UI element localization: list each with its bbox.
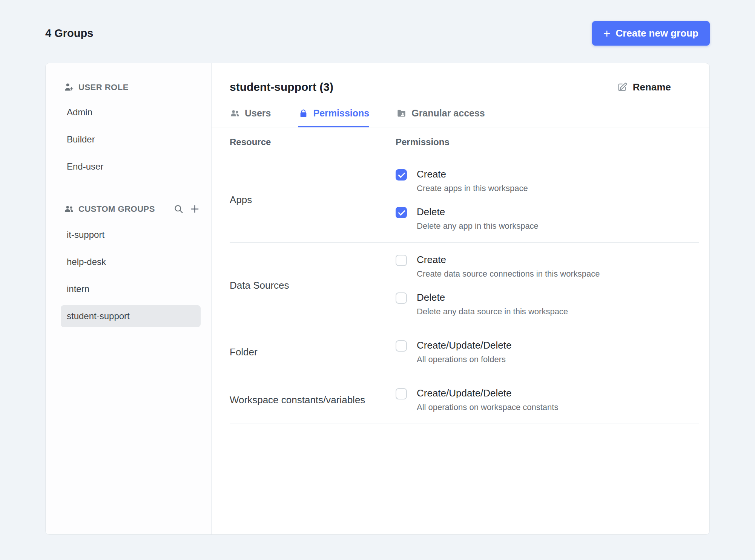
table-header-row: Resource Permissions xyxy=(230,127,699,157)
custom-groups-section-header: CUSTOM GROUPS xyxy=(61,203,201,215)
resource-label: Folder xyxy=(230,340,396,364)
permission-item: Create/Update/Delete All operations on w… xyxy=(396,387,558,412)
tab-granular-access[interactable]: Granular access xyxy=(396,108,485,127)
permission-list: Create Create data source connections in… xyxy=(396,254,600,317)
tab-users-label: Users xyxy=(245,108,271,119)
user-gear-icon xyxy=(64,82,74,92)
permission-item: Delete Delete any data source in this wo… xyxy=(396,292,600,317)
permission-description: All operations on folders xyxy=(417,355,511,364)
table-row: Folder Create/Update/Delete All operatio… xyxy=(230,328,699,376)
permission-text: Create/Update/Delete All operations on f… xyxy=(417,340,511,364)
group-title: student-support (3) xyxy=(230,81,333,93)
permission-description: Create data source connections in this w… xyxy=(417,269,600,279)
permission-text: Create Create apps in this workspace xyxy=(417,168,528,193)
permissions-table: Resource Permissions Apps Create Create … xyxy=(212,127,709,424)
table-row: Data Sources Create Create data source c… xyxy=(230,243,699,328)
tab-permissions-label: Permissions xyxy=(313,108,370,119)
people-icon xyxy=(64,204,74,214)
lock-icon xyxy=(298,108,308,118)
resource-label: Data Sources xyxy=(230,254,396,317)
user-role-section-label: USER ROLE xyxy=(78,83,129,92)
permission-item: Delete Delete any app in this workspace xyxy=(396,206,539,231)
add-group-button[interactable] xyxy=(189,203,201,215)
permission-item: Create/Update/Delete All operations on f… xyxy=(396,340,511,364)
search-icon xyxy=(173,204,184,214)
group-detail-header: student-support (3) Rename xyxy=(212,63,709,93)
folder-cud-checkbox[interactable] xyxy=(396,340,407,352)
group-detail-panel: student-support (3) Rename Users xyxy=(212,63,709,534)
sidebar-item-end-user[interactable]: End-user xyxy=(61,156,201,177)
top-bar: 4 Groups + Create new group xyxy=(45,21,710,46)
permission-label: Create xyxy=(417,254,600,266)
permission-description: Delete any data source in this workspace xyxy=(417,307,568,317)
user-role-section-header: USER ROLE xyxy=(61,82,201,92)
sidebar-item-student-support[interactable]: student-support xyxy=(61,305,201,327)
sidebar-item-builder[interactable]: Builder xyxy=(61,129,201,150)
folder-user-icon xyxy=(396,108,407,118)
custom-groups-section-label: CUSTOM GROUPS xyxy=(78,204,155,214)
tab-permissions[interactable]: Permissions xyxy=(298,108,370,127)
create-new-group-button[interactable]: + Create new group xyxy=(592,21,710,46)
sidebar-item-it-support[interactable]: it-support xyxy=(61,224,201,246)
resource-label: Workspace constants/variables xyxy=(230,387,396,412)
groups-card: USER ROLE Admin Builder End-user CUSTOM … xyxy=(45,63,710,535)
plus-icon: + xyxy=(603,29,611,38)
rename-label: Rename xyxy=(633,81,671,93)
tab-granular-access-label: Granular access xyxy=(411,108,485,119)
permission-text: Create/Update/Delete All operations on w… xyxy=(417,387,558,412)
permission-label: Delete xyxy=(417,206,539,218)
permission-list: Create Create apps in this workspace Del… xyxy=(396,168,539,231)
column-header-permissions: Permissions xyxy=(396,137,450,147)
sidebar-item-help-desk[interactable]: help-desk xyxy=(61,251,201,273)
pencil-icon xyxy=(617,82,628,92)
permission-item: Create Create data source connections in… xyxy=(396,254,600,279)
search-groups-button[interactable] xyxy=(173,203,184,215)
tab-users[interactable]: Users xyxy=(230,108,271,127)
permission-list: Create/Update/Delete All operations on w… xyxy=(396,387,558,412)
datasources-create-checkbox[interactable] xyxy=(396,255,407,266)
permission-label: Create xyxy=(417,168,528,180)
permission-description: Delete any app in this workspace xyxy=(417,221,539,231)
table-row: Apps Create Create apps in this workspac… xyxy=(230,157,699,243)
permission-text: Delete Delete any data source in this wo… xyxy=(417,292,568,317)
permission-description: All operations on workspace constants xyxy=(417,402,558,412)
permission-label: Create/Update/Delete xyxy=(417,387,558,399)
sidebar-item-admin[interactable]: Admin xyxy=(61,101,201,123)
apps-delete-checkbox[interactable] xyxy=(396,207,407,218)
permission-item: Create Create apps in this workspace xyxy=(396,168,539,193)
permission-list: Create/Update/Delete All operations on f… xyxy=(396,340,511,364)
groups-sidebar: USER ROLE Admin Builder End-user CUSTOM … xyxy=(46,63,212,534)
permission-description: Create apps in this workspace xyxy=(417,184,528,193)
permission-text: Delete Delete any app in this workspace xyxy=(417,206,539,231)
tab-bar: Users Permissions Granular access xyxy=(212,108,709,127)
sidebar-section-gap xyxy=(61,183,201,203)
users-icon xyxy=(230,108,240,118)
permission-label: Delete xyxy=(417,292,568,303)
sidebar-item-intern[interactable]: intern xyxy=(61,278,201,300)
permission-text: Create Create data source connections in… xyxy=(417,254,600,279)
workspace-constants-cud-checkbox[interactable] xyxy=(396,388,407,399)
rename-button[interactable]: Rename xyxy=(615,81,673,93)
table-row: Workspace constants/variables Create/Upd… xyxy=(230,376,699,424)
datasources-delete-checkbox[interactable] xyxy=(396,292,407,304)
plus-icon xyxy=(190,204,200,214)
page-title: 4 Groups xyxy=(45,27,93,40)
apps-create-checkbox[interactable] xyxy=(396,169,407,181)
permission-label: Create/Update/Delete xyxy=(417,340,511,351)
resource-label: Apps xyxy=(230,168,396,231)
column-header-resource: Resource xyxy=(230,137,396,147)
create-new-group-label: Create new group xyxy=(615,28,698,39)
